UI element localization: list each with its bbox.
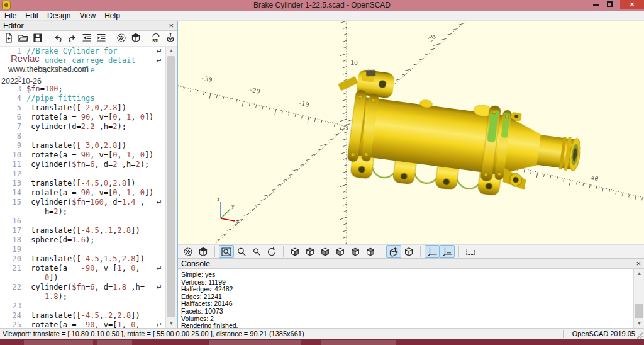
scroll-up-icon[interactable]: ▲ [634, 269, 644, 278]
show-axes-button[interactable] [440, 245, 455, 258]
line-number: 19 [0, 245, 26, 254]
print-3d-button[interactable] [163, 31, 177, 45]
toolbar-separator [214, 246, 215, 257]
console-scrollbar[interactable]: ▲ ▼ [633, 269, 644, 328]
view-front-button[interactable] [348, 245, 363, 258]
code-line[interactable]: 8 [0, 132, 165, 141]
console-scrollbar-thumb[interactable] [635, 304, 643, 318]
indent-button[interactable] [94, 31, 108, 45]
menu-item-edit[interactable]: Edit [21, 11, 43, 20]
taskbar-item[interactable] [321, 340, 396, 345]
line-wrap-icon: ↵ [157, 56, 162, 65]
save-button[interactable] [30, 31, 45, 45]
scroll-up-icon[interactable]: ▲ [166, 47, 177, 55]
editor-header[interactable]: Editor × [0, 21, 177, 31]
status-bar: Viewport: translate = [ 10.80 0.10 0.50 … [0, 328, 644, 339]
code-line[interactable]: 3$fn=100; [0, 84, 165, 94]
code-line[interactable]: 10 rotate(a = 90, v=[0, 1, 0]) [0, 150, 165, 160]
code-line[interactable]: 15 cylinder($fn=160, d=1.4 ,↵ [0, 198, 165, 207]
editor-close-icon[interactable]: × [169, 21, 174, 30]
preview-button[interactable] [180, 245, 196, 258]
code-line[interactable]: 9 translate([ 3,0,2.8]) [0, 141, 165, 150]
show-scale-markers-button[interactable] [463, 245, 478, 258]
maximize-button[interactable] [602, 0, 616, 9]
code-line[interactable]: 22 cylinder($fn=6, d=1.8 ,h=↵ [0, 283, 165, 292]
code-line[interactable]: 18 sphere(d=1.6); [0, 235, 165, 245]
perspective-button[interactable] [386, 245, 401, 258]
menu-item-view[interactable]: View [75, 11, 100, 20]
line-number: 22 [0, 283, 26, 292]
console-header[interactable]: Console × [178, 259, 644, 269]
taskbar-item[interactable] [97, 340, 132, 345]
title-bar[interactable]: Brake Cylinder 1-22.5.scad - OpenSCAD × [0, 0, 644, 11]
minimize-button[interactable] [589, 0, 602, 9]
undo-button[interactable] [50, 31, 65, 45]
view-left-button[interactable] [333, 245, 348, 258]
menu-item-help[interactable]: Help [100, 11, 125, 20]
view-right-button[interactable] [287, 245, 303, 258]
reset-view-button[interactable] [264, 245, 279, 258]
zoom-in-button[interactable] [234, 245, 249, 258]
view-top-button[interactable] [303, 245, 318, 258]
editor-scrollbar-thumb[interactable] [167, 56, 175, 317]
orthogonal-button[interactable] [401, 245, 416, 258]
status-separator [563, 330, 564, 338]
code-editor[interactable]: 1//Brake Cylinder for↵ under carrege det… [0, 47, 165, 328]
code-line[interactable]: 12 [0, 169, 165, 179]
zoom-out-button[interactable] [249, 245, 264, 258]
code-line[interactable]: 7 cylinder(d=2.2 ,h=2); [0, 122, 165, 132]
preview-button[interactable] [114, 31, 128, 45]
resize-grip[interactable] [636, 332, 643, 339]
code-line[interactable]: 25 rotate(a = -90, v=[1, 0,↵ [0, 320, 165, 328]
line-number: 4 [0, 94, 26, 103]
code-line[interactable]: 16 [0, 217, 165, 226]
line-number: 17 [0, 226, 26, 235]
code-line[interactable]: 20 translate([-4.5,1.5,2.8]) [0, 254, 165, 264]
unindent-button[interactable] [79, 31, 94, 45]
code-line[interactable]: 13 translate([-4.5,0,2.8]) [0, 179, 165, 188]
line-number: 23 [0, 302, 26, 311]
console-close-icon[interactable]: × [636, 259, 641, 268]
viewport-3d[interactable]: -30 -20 -10 30 40 10 20 10 x y z [178, 21, 644, 244]
view-bottom-button[interactable] [318, 245, 333, 258]
view-back-icon [365, 251, 376, 259]
code-line[interactable]: 4//pipe fittings [0, 94, 165, 103]
line-number: 12 [0, 169, 26, 179]
new-file-button[interactable] [1, 31, 16, 45]
code-line[interactable]: 17 translate([-4.5,.1,2.8]) [0, 226, 165, 235]
show-axes-icon [441, 251, 453, 259]
code-line[interactable]: 5 translate([-2,0,2.8]) [0, 103, 165, 113]
toolbar-separator [283, 246, 284, 257]
view-back-button[interactable] [363, 245, 378, 258]
editor-scrollbar[interactable]: ▲ ▼ [165, 47, 177, 328]
menu-item-design[interactable]: Design [43, 11, 75, 20]
redo-button[interactable] [65, 31, 79, 45]
export-stl-button[interactable]: STL [148, 31, 163, 45]
editor-title: Editor [3, 21, 24, 30]
taskbar-item[interactable] [24, 340, 93, 345]
taskbar-sliver[interactable] [0, 339, 644, 345]
render-button[interactable] [196, 245, 211, 258]
code-line[interactable]: 24 translate([-4.5,.2,2.8]) [0, 311, 165, 320]
taskbar-item[interactable] [209, 340, 301, 345]
code-line[interactable]: 1.8); [0, 292, 165, 302]
console-output[interactable]: Simple: yesVertices: 11199Halfedges: 424… [178, 269, 633, 328]
code-line[interactable]: 11 cylinder($fn=6, d=2 ,h=2); [0, 160, 165, 169]
open-folder-button[interactable] [16, 31, 30, 45]
line-number: 8 [0, 132, 26, 141]
scroll-down-icon[interactable]: ▼ [166, 319, 177, 328]
close-button[interactable]: × [620, 0, 644, 9]
code-line[interactable]: 14 rotate(a = 90, v=[0, 1, 0]) [0, 188, 165, 198]
code-line[interactable]: 21 rotate(a = -90, v=[1, 0,↵ [0, 264, 165, 273]
scroll-down-icon[interactable]: ▼ [634, 319, 644, 328]
view-front-icon [350, 251, 361, 259]
show-crosshairs-button[interactable] [425, 245, 440, 258]
code-line[interactable]: 0]) [0, 273, 165, 283]
menu-item-file[interactable]: File [0, 11, 21, 20]
code-line[interactable]: 6 rotate(a = 90, v=[0, 1, 0]) [0, 113, 165, 122]
code-line[interactable]: 19 [0, 245, 165, 254]
render-button[interactable] [128, 31, 143, 45]
code-line[interactable]: 23 [0, 302, 165, 311]
view-all-button[interactable] [219, 245, 234, 258]
code-line[interactable]: h=2); [0, 207, 165, 217]
